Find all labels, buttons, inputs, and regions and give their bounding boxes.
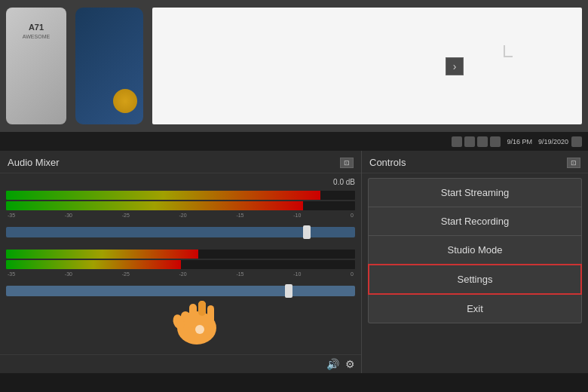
slider-1[interactable] xyxy=(6,227,355,237)
preview-content: › xyxy=(0,0,588,132)
meter-bar-1-top xyxy=(6,191,355,200)
settings-button[interactable]: Settings xyxy=(368,264,582,295)
audio-mixer-header: Audio Mixer ⊡ xyxy=(0,151,361,173)
audio-footer: 🔊 ⚙ xyxy=(0,354,361,373)
studio-mode-button[interactable]: Studio Mode xyxy=(368,235,582,264)
slider-thumb-1[interactable] xyxy=(303,225,311,239)
meter-level-3 xyxy=(6,250,198,259)
controls-header: Controls ⊡ xyxy=(362,151,588,173)
meter-bar-1-bot xyxy=(6,201,355,210)
taskbar-time: 9/16 PM xyxy=(507,138,532,145)
bottom-section: Audio Mixer ⊡ 0.0 dB -35-30-25-20-15-100 xyxy=(0,151,588,373)
phone-redmi-image xyxy=(75,8,143,124)
start-streaming-button[interactable]: Start Streaming xyxy=(368,178,582,207)
svg-point-7 xyxy=(195,325,204,334)
phone-a71-image xyxy=(6,8,66,124)
controls-panel: Controls ⊡ Start Streaming Start Recordi… xyxy=(362,151,588,373)
audio-content: 0.0 dB -35-30-25-20-15-100 xyxy=(0,173,361,373)
taskbar-icon-4 xyxy=(490,136,501,147)
meter-level-4 xyxy=(6,260,181,269)
audio-mixer-panel: Audio Mixer ⊡ 0.0 dB -35-30-25-20-15-100 xyxy=(0,151,362,373)
taskbar-icon-2 xyxy=(464,136,475,147)
svg-rect-3 xyxy=(207,305,214,328)
taskbar-date: 9/19/2020 xyxy=(538,138,568,145)
cursor-indicator xyxy=(504,45,513,57)
svg-rect-6 xyxy=(198,301,206,316)
meter-bar-2-top xyxy=(6,250,355,259)
meter-scale-2: -35-30-25-20-15-100 xyxy=(6,271,355,277)
meter-bar-2-bot xyxy=(6,260,355,269)
start-recording-button[interactable]: Start Recording xyxy=(368,207,582,235)
meter-level-1 xyxy=(6,191,320,200)
taskbar-icon-3 xyxy=(477,136,488,147)
meter-row-1: -35-30-25-20-15-100 xyxy=(6,191,355,218)
volume-icon[interactable]: 🔊 xyxy=(326,358,339,370)
db-label: 0.0 dB xyxy=(6,178,355,186)
taskbar-icon-1 xyxy=(452,136,462,147)
preview-white-space xyxy=(152,8,582,124)
hand-cursor-illustration xyxy=(168,283,228,351)
meter-scale-1: -35-30-25-20-15-100 xyxy=(6,213,355,218)
controls-buttons: Start Streaming Start Recording Studio M… xyxy=(362,173,588,373)
ctrl-btn-group: Start Streaming Start Recording Studio M… xyxy=(368,178,582,323)
svg-rect-1 xyxy=(189,304,197,328)
exit-button[interactable]: Exit xyxy=(368,295,582,323)
preview-next-arrow[interactable]: › xyxy=(446,57,464,75)
settings-gear-icon[interactable]: ⚙ xyxy=(345,358,355,370)
slider-thumb-2[interactable] xyxy=(285,284,292,298)
audio-mixer-title: Audio Mixer xyxy=(8,157,60,168)
controls-title: Controls xyxy=(369,157,406,168)
taskbar: 9/16 PM 9/19/2020 xyxy=(0,132,588,151)
taskbar-calendar-icon xyxy=(571,136,582,147)
taskbar-icons xyxy=(452,136,501,147)
controls-settings-icon[interactable]: ⊡ xyxy=(567,158,580,168)
audio-mixer-settings-icon[interactable]: ⊡ xyxy=(340,158,354,168)
preview-area: › 9/16 PM 9/19/2020 xyxy=(0,0,588,151)
meter-row-2: -35-30-25-20-15-100 xyxy=(6,250,355,277)
meter-level-2 xyxy=(6,201,303,210)
